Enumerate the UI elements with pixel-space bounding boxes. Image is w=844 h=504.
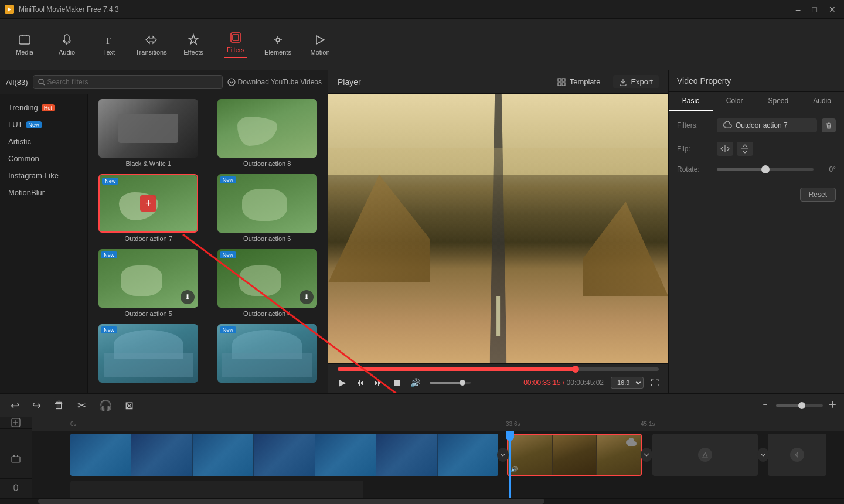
delete-filter-button[interactable]	[822, 118, 836, 132]
flip-vertical-button[interactable]	[737, 142, 753, 156]
filter-thumb-bw1[interactable]	[98, 99, 198, 158]
clip-transition-2[interactable]	[641, 448, 652, 462]
filter-thumb-outdoor8[interactable]	[217, 99, 317, 158]
search-filters-input[interactable]: Search filters	[33, 75, 223, 89]
split-button[interactable]: ✂	[74, 398, 90, 413]
tab-audio[interactable]: Audio	[800, 92, 844, 111]
audio-track-control[interactable]	[0, 479, 32, 498]
download-outdoor4[interactable]: ⬇	[300, 290, 314, 304]
filter-card-outdoor3[interactable]: New	[93, 324, 205, 385]
filter-card-bw1[interactable]: Black & White 1	[93, 99, 205, 167]
delete-clip-button[interactable]: 🗑	[50, 398, 68, 413]
rotate-slider[interactable]	[717, 168, 814, 171]
clip-transition-3[interactable]	[757, 448, 769, 462]
fullscreen-button[interactable]: ⛶	[651, 378, 659, 387]
time-mark-336: 33.6s	[506, 421, 520, 427]
add-filter-button-outdoor7[interactable]: +	[140, 195, 156, 212]
filters-tool[interactable]: Filters	[216, 23, 256, 66]
zoom-in-button[interactable]	[828, 400, 837, 411]
filters-label: Filters	[227, 46, 244, 53]
clip-active[interactable]: 🔊	[507, 434, 642, 476]
filter-thumb-outdoor4[interactable]: New ⬇	[217, 249, 317, 308]
aspect-ratio-select[interactable]: 16:9 9:16 4:3 1:1	[611, 377, 644, 389]
clip-main[interactable]	[70, 434, 498, 476]
timeline-toolbar: ↩ ↪ 🗑 ✂ 🎧 ⊠	[0, 394, 844, 417]
filter-card-outdoor4[interactable]: New ⬇ Outdoor action 4	[212, 249, 324, 317]
volume-slider[interactable]	[430, 382, 471, 384]
audio-detach-button[interactable]: 🎧	[96, 398, 115, 413]
minimize-button[interactable]: –	[792, 4, 804, 15]
media-tool[interactable]: Media	[5, 23, 45, 66]
filter-card-outdoor2[interactable]: New	[212, 324, 324, 385]
skip-back-button[interactable]: ⏮	[354, 376, 366, 389]
new-badge-outdoor7: New	[102, 178, 118, 185]
filter-label-outdoor6: Outdoor action 6	[243, 235, 291, 242]
export-button[interactable]: Export	[613, 75, 659, 88]
filter-card-outdoor6[interactable]: New Outdoor action 6	[212, 174, 324, 242]
player-actions: Template Export	[551, 75, 659, 89]
sidebar-item-instagram[interactable]: Instagram-Like	[0, 167, 87, 184]
flip-label: Flip:	[677, 145, 712, 153]
filter-card-outdoor7[interactable]: New + Outdoor action 7	[93, 174, 205, 242]
video-property-panel: Video Property Basic Color Speed Audio F…	[668, 70, 844, 393]
redo-button[interactable]: ↪	[29, 398, 45, 413]
zoom-slider[interactable]	[776, 404, 823, 407]
svg-rect-23	[12, 457, 20, 462]
audio-track-icon	[11, 483, 21, 493]
filter-card-outdoor5[interactable]: New ⬇ Outdoor action 5	[93, 249, 205, 317]
window-controls[interactable]: – □ ✕	[792, 4, 839, 15]
motion-tool[interactable]: Motion	[300, 23, 340, 66]
filter-thumb-outdoor3[interactable]: New	[98, 324, 198, 383]
effects-tool[interactable]: Effects	[173, 23, 213, 66]
transitions-tool[interactable]: Transitions	[131, 23, 171, 66]
close-button[interactable]: ✕	[825, 4, 839, 15]
play-button[interactable]: ▶	[338, 376, 347, 389]
filter-label-outdoor8: Outdoor action 8	[243, 160, 291, 167]
rotate-thumb[interactable]	[761, 165, 770, 173]
stop-button[interactable]: ⏹	[392, 376, 403, 389]
zoom-out-button[interactable]	[762, 400, 771, 411]
time-mark-451: 45.1s	[641, 421, 655, 427]
filter-thumb-outdoor7[interactable]: New +	[98, 174, 198, 233]
clip-gray-2[interactable]	[768, 434, 826, 476]
tab-color[interactable]: Color	[713, 92, 757, 111]
sidebar-item-lut[interactable]: LUT New	[0, 116, 87, 133]
timeline-scrollbar[interactable]	[0, 498, 844, 504]
flip-horizontal-button[interactable]	[717, 142, 733, 156]
text-tool[interactable]: T Text	[89, 23, 129, 66]
clip-transition-1[interactable]	[497, 448, 509, 462]
progress-thumb[interactable]	[572, 366, 579, 373]
svg-rect-11	[558, 79, 561, 81]
filter-thumb-outdoor5[interactable]: New ⬇	[98, 249, 198, 308]
svg-point-8	[39, 79, 43, 84]
download-youtube-button[interactable]: Download YouTube Videos	[227, 78, 322, 86]
svg-rect-13	[558, 83, 561, 86]
add-media-control[interactable]	[0, 417, 32, 429]
sidebar-item-artistic[interactable]: Artistic	[0, 133, 87, 150]
progress-bar[interactable]	[338, 367, 659, 371]
common-label: Common	[8, 154, 39, 163]
undo-button[interactable]: ↩	[7, 398, 23, 413]
tab-speed[interactable]: Speed	[757, 92, 801, 111]
filter-thumb-outdoor6[interactable]: New	[217, 174, 317, 233]
sidebar-item-trending[interactable]: Trending Hot	[0, 99, 87, 116]
sidebar-item-common[interactable]: Common	[0, 150, 87, 167]
lut-label: LUT	[8, 120, 23, 129]
tab-basic[interactable]: Basic	[669, 92, 713, 111]
new-tag-lut: New	[26, 121, 42, 128]
skip-forward-button[interactable]: ⏭	[373, 376, 384, 389]
template-button[interactable]: Template	[551, 75, 607, 89]
filter-thumb-outdoor2[interactable]: New	[217, 324, 317, 383]
volume-thumb[interactable]	[460, 380, 465, 386]
maximize-button[interactable]: □	[809, 4, 821, 15]
zoom-thumb[interactable]	[798, 402, 805, 409]
crop-button[interactable]: ⊠	[121, 398, 137, 413]
filter-label-outdoor5: Outdoor action 5	[125, 310, 172, 317]
audio-tool[interactable]: Audio	[47, 23, 87, 66]
reset-button[interactable]: Reset	[800, 188, 836, 202]
elements-tool[interactable]: Elements	[258, 23, 298, 66]
clip-gray-1[interactable]	[652, 434, 758, 476]
sidebar-item-motionblur[interactable]: MotionBlur	[0, 184, 87, 201]
filter-card-outdoor8[interactable]: Outdoor action 8	[212, 99, 324, 167]
video-track-control[interactable]	[0, 440, 32, 479]
